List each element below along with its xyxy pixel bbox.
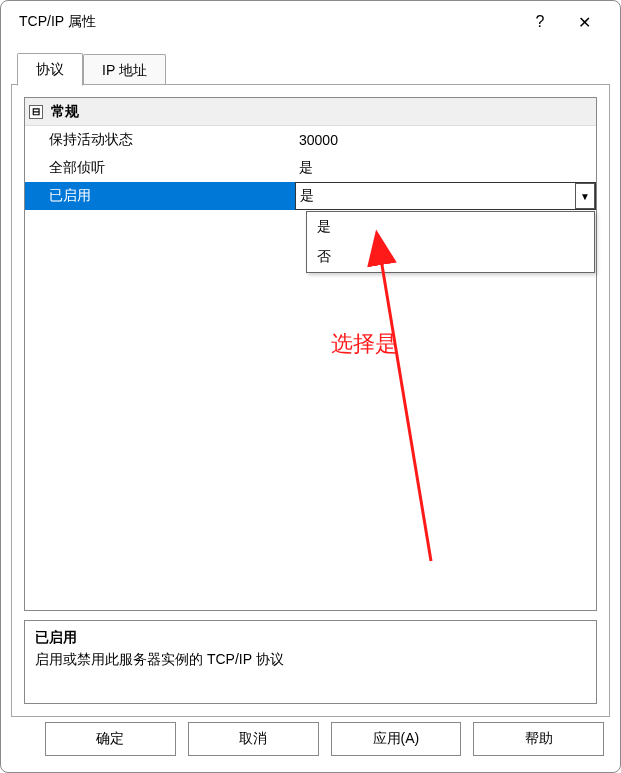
- chevron-down-icon: ▼: [580, 191, 590, 202]
- grid-row-enabled[interactable]: 已启用 是 ▼: [25, 182, 596, 210]
- grid-value[interactable]: 30000: [295, 126, 596, 154]
- grid-value-enabled[interactable]: 是 ▼: [295, 182, 596, 210]
- help-button[interactable]: ?: [518, 6, 562, 38]
- description-body: 启用或禁用此服务器实例的 TCP/IP 协议: [35, 651, 586, 669]
- tab-panel-protocol: ⊟ 常规 保持活动状态 30000 全部侦听 是 已启用 是 ▼: [11, 84, 610, 717]
- description-title: 已启用: [35, 629, 586, 647]
- grid-value-text: 是: [300, 187, 314, 205]
- dropdown-popup: 是 否: [306, 211, 595, 273]
- grid-value[interactable]: 是: [295, 154, 596, 182]
- cancel-button[interactable]: 取消: [188, 722, 319, 756]
- dialog-window: TCP/IP 属性 ? ✕ 协议 IP 地址 ⊟ 常规 保持活动状态 30000…: [0, 0, 621, 773]
- window-title: TCP/IP 属性: [19, 13, 518, 31]
- apply-button[interactable]: 应用(A): [331, 722, 462, 756]
- titlebar: TCP/IP 属性 ? ✕: [1, 1, 620, 43]
- grid-label: 全部侦听: [25, 154, 295, 182]
- grid-label: 已启用: [25, 182, 295, 210]
- dialog-button-row: 确定 取消 应用(A) 帮助: [1, 722, 620, 762]
- tabstrip: 协议 IP 地址: [11, 51, 610, 85]
- dropdown-option-no[interactable]: 否: [307, 242, 594, 272]
- close-button[interactable]: ✕: [562, 6, 606, 38]
- dropdown-button[interactable]: ▼: [575, 183, 595, 209]
- client-area: 协议 IP 地址 ⊟ 常规 保持活动状态 30000 全部侦听 是 已启用: [11, 51, 610, 717]
- grid-row-keepalive[interactable]: 保持活动状态 30000: [25, 126, 596, 154]
- help-button-bottom[interactable]: 帮助: [473, 722, 604, 756]
- grid-section-label: 常规: [51, 103, 79, 121]
- tab-ip-address[interactable]: IP 地址: [83, 54, 166, 86]
- grid-row-listenall[interactable]: 全部侦听 是: [25, 154, 596, 182]
- tab-protocol[interactable]: 协议: [17, 53, 83, 86]
- description-pane: 已启用 启用或禁用此服务器实例的 TCP/IP 协议: [24, 620, 597, 704]
- grid-label: 保持活动状态: [25, 126, 295, 154]
- grid-section-general[interactable]: ⊟ 常规: [25, 98, 596, 126]
- ok-button[interactable]: 确定: [45, 722, 176, 756]
- collapse-icon[interactable]: ⊟: [29, 105, 43, 119]
- property-grid: ⊟ 常规 保持活动状态 30000 全部侦听 是 已启用 是 ▼: [24, 97, 597, 611]
- dropdown-option-yes[interactable]: 是: [307, 212, 594, 242]
